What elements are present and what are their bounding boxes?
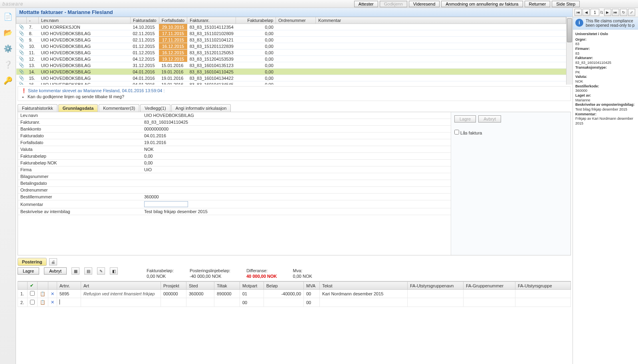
tab-sirkulasjon[interactable]: Angi informativ sirkulasjon (171, 104, 231, 112)
col-komm[interactable]: Kommentar (316, 17, 566, 24)
col-idx[interactable]: - (27, 17, 39, 24)
nav-refresh-icon[interactable]: ↻ (620, 9, 627, 16)
postering-icon-3[interactable]: ✎ (97, 267, 105, 275)
col-fdato[interactable]: Fakturadato (131, 17, 159, 24)
table-row[interactable]: 📎 11. UIO HOVEDBOKSBILAG 01.12.2015 16.1… (16, 49, 566, 56)
col-fnr[interactable]: Fakturanr. (187, 17, 236, 24)
key-icon[interactable]: 🔑 (2, 75, 14, 86)
table-row[interactable]: 📎 13. UIO HOVEDBOKSBILAG 31.12.2015 15.0… (16, 62, 566, 69)
pcol-sted[interactable]: Sted (186, 282, 214, 290)
detail-label: Betalingsdato (18, 180, 142, 187)
tab-kommentarer[interactable]: Kommentarer(3) (99, 104, 139, 112)
pcol-tekst[interactable]: Tekst (320, 282, 408, 290)
pcol-fagn[interactable]: FA-Gruppenummer (464, 282, 515, 290)
info-icon: i (575, 19, 583, 27)
row-checkbox[interactable] (30, 300, 35, 305)
annuller-button[interactable]: Anmodning om annullering av faktura (441, 1, 523, 7)
pcol-tiltak[interactable]: Tiltak (214, 282, 240, 290)
detail-label: Beskrivelse av internbilag (18, 208, 142, 215)
nav-expand-icon[interactable]: ⤢ (628, 9, 635, 16)
sidestep-button[interactable]: Side Step (552, 1, 580, 7)
pcol-faug[interactable]: FA-Utstyrsgruppe (515, 282, 571, 290)
table-row[interactable]: 📎 16. UIO HOVEDBOKSBILAG 04.01.2016 19.0… (16, 81, 566, 85)
nav-last-icon[interactable]: ⏭ (612, 9, 619, 16)
pcol-motpart[interactable]: Motpart (240, 282, 264, 290)
detail-value: 83_83_160104110425 (142, 119, 451, 126)
table-row[interactable]: 📎 14. UIO HOVEDBOKSBILAG 04.01.2016 19.0… (16, 69, 566, 75)
attester-button[interactable]: Attester (354, 1, 378, 7)
nav-next-icon[interactable]: ▶ (604, 9, 611, 16)
kommentar-input[interactable] (144, 201, 188, 207)
laas-faktura-checkbox[interactable]: Lås faktura (454, 131, 482, 135)
pcol-prosjekt[interactable]: Prosjekt (161, 282, 186, 290)
detail-label: Valuta (18, 146, 142, 153)
main-panel: Mottatte fakturaer - Marianne Flesland -… (16, 8, 573, 364)
banner-line1: Siste kommentar skrevet av Marianne Fles… (28, 88, 164, 93)
col-belop[interactable]: Fakturabeløp (236, 17, 276, 24)
detail-label: Fakturadato (18, 133, 142, 139)
settings-gear-icon[interactable]: ⚙️ (2, 43, 14, 54)
copy-icon[interactable]: 📋 (40, 300, 46, 305)
brand-logo: basware (2, 1, 23, 7)
postering-icon-2[interactable]: ▤ (84, 267, 92, 275)
detail-value (142, 180, 451, 187)
table-row[interactable]: 📎 12. UIO HOVEDBOKSBILAG 04.12.2015 19.1… (16, 56, 566, 62)
row-checkbox[interactable] (30, 291, 35, 296)
postering-row[interactable]: 2. 📋 ✕ 00 00 (18, 298, 571, 307)
nav-prev-icon[interactable]: ◀ (583, 9, 590, 16)
postering-row[interactable]: 1. 📋 ✕ 5895 Refusjon ved internt finansi… (18, 290, 571, 298)
detail-label: Ordrenummer (18, 187, 142, 194)
invoice-grid[interactable]: - Lev.navn Fakturadato Forfallsdato Fakt… (16, 17, 566, 85)
documents-icon[interactable]: 📄 (2, 11, 14, 22)
table-row[interactable]: 📎 8. UIO HOVEDBOKSBILAG 02.11.2015 17.11… (16, 30, 566, 37)
tab-grunnlag[interactable]: Grunnlagsdata (58, 104, 98, 112)
text-cursor[interactable] (59, 299, 60, 305)
detail-label: Kommentar (18, 200, 142, 208)
table-row[interactable]: 📎 10. UIO HOVEDBOKSBILAG 01.12.2015 16.1… (16, 43, 566, 49)
grid-scrollbar[interactable] (566, 17, 573, 85)
col-forfall[interactable]: Forfallsdato (159, 17, 187, 24)
detail-label: Bestillernummer (18, 194, 142, 200)
returner-button[interactable]: Returner (525, 1, 551, 7)
detail-label: Bilagsnummer (18, 173, 142, 180)
table-row[interactable]: 📎 15. UIO HOVEDBOKSBILAG 04.01.2016 19.0… (16, 75, 566, 81)
nav-first-icon[interactable]: ⏮ (575, 9, 582, 16)
col-ordre[interactable]: Ordrenummer (276, 17, 316, 24)
detail-label: Firma (18, 166, 142, 173)
table-row[interactable]: 📎 7. UIO KORREKSJON 14.10.2015 29.10.201… (16, 24, 566, 30)
postering-lagre-button[interactable]: Lagre (18, 267, 39, 275)
top-buttons: Attester Godkjenn Videresend Anmodning o… (354, 1, 636, 7)
info-banner: i This file claims compliance been opene… (573, 17, 638, 30)
tab-vedlegg[interactable]: Vedlegg(1) (140, 104, 170, 112)
pcol-art[interactable]: Art (81, 282, 161, 290)
pcol-artnr[interactable]: Artnr. (57, 282, 81, 290)
nav-page-input[interactable] (590, 9, 599, 16)
postering-icon-4[interactable]: ◧ (110, 267, 118, 275)
postering-tool-icon[interactable]: 🖨 (49, 258, 57, 265)
avbryt-button: Avbryt (478, 115, 501, 123)
postering-tab[interactable]: Postering (18, 258, 47, 266)
check-all-icon[interactable]: ✔ (30, 283, 34, 288)
postering-avbryt-button[interactable]: Avbryt (44, 267, 67, 275)
tab-historikk[interactable]: Fakturahistorikk (18, 104, 57, 112)
folder-icon[interactable]: 📂 (2, 27, 14, 38)
delete-icon[interactable]: ✕ (51, 291, 54, 296)
detail-value: UiO (142, 166, 451, 173)
scroll-thumb[interactable] (567, 18, 572, 42)
help-icon[interactable]: ❔ (2, 59, 14, 70)
delete-icon[interactable]: ✕ (51, 300, 54, 305)
godkjenn-button: Godkjenn (380, 1, 407, 7)
postering-grid[interactable]: ✔ Artnr. Art Prosjekt Sted Tiltak Motpar… (18, 281, 571, 307)
detail-value (142, 200, 451, 208)
pcol-faugn[interactable]: FA-Utstyrsgruppenavn (408, 282, 464, 290)
lagre-button: Lagre (454, 115, 476, 123)
col-lev[interactable]: Lev.navn (39, 17, 131, 24)
detail-value: NOK (142, 146, 451, 153)
copy-icon[interactable]: 📋 (40, 291, 46, 296)
pcol-belop[interactable]: Beløp (264, 282, 304, 290)
info-text: This file claims compliance been opened … (586, 19, 636, 28)
videresend-button[interactable]: Videresend (409, 1, 440, 7)
pcol-mva[interactable]: MVA (304, 282, 320, 290)
postering-icon-1[interactable]: ▦ (71, 267, 79, 275)
table-row[interactable]: 📎 9. UIO HOVEDBOKSBILAG 02.11.2015 17.11… (16, 37, 566, 43)
